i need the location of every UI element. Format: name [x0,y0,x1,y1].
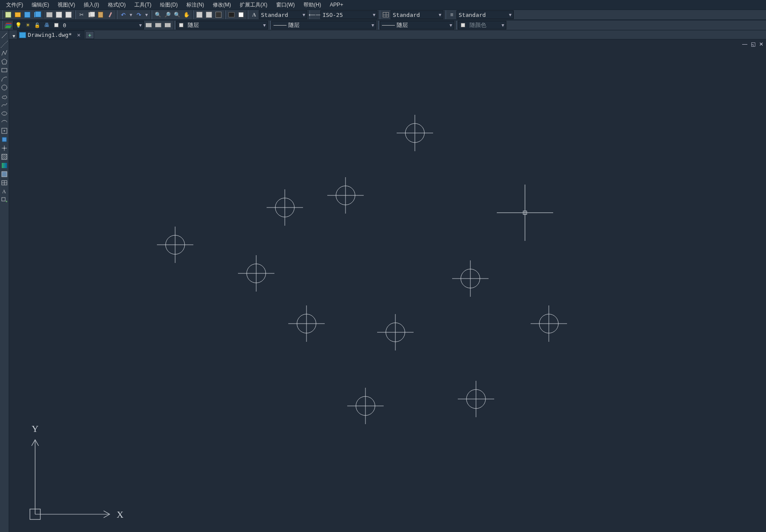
circle-tool-button[interactable] [0,84,8,91]
mtext-tool-button[interactable]: A [0,188,8,195]
pan-button[interactable]: ✋ [182,10,191,19]
text-style-button[interactable]: A [250,10,258,19]
commandline-button[interactable] [227,10,236,19]
restore-view-icon[interactable]: ◱ [751,41,756,47]
menu-item[interactable]: 文件(F) [2,1,27,9]
copy-button[interactable] [87,10,95,19]
undo-button[interactable]: ↶ [119,10,127,19]
new-file-button[interactable] [4,10,13,19]
point-entity[interactable] [157,227,193,263]
lineweight-dropdown[interactable]: 随层 ▾ [380,21,454,29]
ellipse-arc-tool-button[interactable] [0,118,8,126]
paste-button[interactable] [96,10,105,19]
save-all-button[interactable] [33,10,41,19]
print-button[interactable] [45,10,54,19]
point-entity[interactable] [452,260,489,297]
tabs-dropdown[interactable]: ▾ [11,33,17,39]
point-entity[interactable] [458,381,494,417]
grip[interactable] [74,10,76,19]
menu-item[interactable]: 扩展工具(X) [235,1,272,9]
design-center-button[interactable] [205,10,213,19]
print-preview-button[interactable] [55,10,63,19]
point-entity[interactable] [267,189,303,226]
zoom-window-button[interactable]: 🔎 [163,10,172,19]
layer-manager-button[interactable] [4,21,13,29]
undo-dropdown[interactable]: ▾ [128,12,134,18]
grip[interactable] [269,21,271,29]
grip[interactable] [224,10,226,19]
insert-block-button[interactable] [0,127,8,135]
layer-state-button[interactable] [144,21,153,29]
menu-item[interactable]: 标注(N) [182,1,209,9]
grip[interactable] [1,21,3,29]
document-tab[interactable]: Drawing1.dwg* ✕ [17,30,85,39]
drawing-canvas[interactable]: — ◱ ✕ YX [9,39,766,532]
point-entity[interactable] [347,388,384,424]
table-style-dropdown[interactable]: Standard ▾ [391,10,443,19]
grip[interactable] [150,10,152,19]
layer-dropdown[interactable]: 💡 ☀ 🔓 🖶 0 ▾ [13,21,144,29]
grip[interactable] [116,10,117,19]
publish-button[interactable] [64,10,73,19]
point-entity[interactable] [531,305,567,342]
point-entity[interactable] [397,115,433,151]
polygon-tool-button[interactable] [0,58,8,65]
dim-style-button[interactable]: ⟵⟶ [311,10,320,19]
construction-line-button[interactable] [0,40,8,48]
make-block-button[interactable] [0,136,8,143]
redo-button[interactable]: ↷ [134,10,143,19]
rectangle-tool-button[interactable] [0,66,8,74]
grip[interactable] [444,10,446,19]
hatch-tool-button[interactable] [0,153,8,161]
grip[interactable] [455,21,457,29]
grip[interactable] [173,21,175,29]
point-entity[interactable] [377,314,414,350]
grip[interactable] [377,21,379,29]
menu-item[interactable]: 视图(V) [53,1,79,9]
cut-button[interactable]: ✂ [77,10,86,19]
tool-palettes-button[interactable] [214,10,223,19]
menu-item[interactable]: 插入(I) [79,1,103,9]
properties-button[interactable] [195,10,204,19]
polyline-tool-button[interactable] [0,49,8,57]
point-entity[interactable] [288,305,325,342]
clean-screen-button[interactable] [237,10,245,19]
arc-tool-button[interactable] [0,75,8,83]
spline-tool-button[interactable] [0,101,8,109]
point-entity[interactable] [327,177,364,214]
close-icon[interactable]: ✕ [77,32,81,38]
plotstyle-dropdown[interactable]: 随颜色 ▾ [458,21,506,29]
match-prop-button[interactable] [106,10,114,19]
ellipse-tool-button[interactable] [0,110,8,117]
line-tool-button[interactable] [0,32,8,39]
revcloud-tool-button[interactable] [0,92,8,100]
grip[interactable] [192,10,194,19]
addselected-tool-button[interactable] [0,196,8,204]
menu-item[interactable]: APP+ [326,1,348,8]
new-tab-button[interactable]: ＋ [85,31,94,39]
menu-item[interactable]: 工具(T) [130,1,156,9]
linetype-dropdown[interactable]: 随层 ▾ [271,21,376,29]
close-view-icon[interactable]: ✕ [759,41,763,47]
layer-iso-button[interactable] [163,21,172,29]
grip[interactable] [247,10,248,19]
menu-item[interactable]: 修改(M) [209,1,235,9]
point-tool-button[interactable] [0,144,8,152]
layer-prev-button[interactable] [154,21,163,29]
menu-item[interactable]: 绘图(D) [156,1,182,9]
gradient-tool-button[interactable] [0,162,8,169]
mline-style-dropdown[interactable]: Standard ▾ [456,10,514,19]
menu-item[interactable]: 窗口(W) [272,1,299,9]
grip[interactable] [1,10,3,19]
table-tool-button[interactable] [0,179,8,187]
menu-item[interactable]: 编辑(E) [27,1,53,9]
region-tool-button[interactable] [0,170,8,178]
menu-item[interactable]: 格式(O) [104,1,130,9]
color-dropdown[interactable]: 随层 ▾ [176,21,268,29]
minimize-view-icon[interactable]: — [742,41,747,47]
grip[interactable] [378,10,380,19]
zoom-realtime-button[interactable]: 🔍 [153,10,162,19]
redo-dropdown[interactable]: ▾ [143,12,150,18]
dim-style-dropdown[interactable]: ISO-25 ▾ [320,10,378,19]
menu-item[interactable]: 帮助(H) [299,1,326,9]
